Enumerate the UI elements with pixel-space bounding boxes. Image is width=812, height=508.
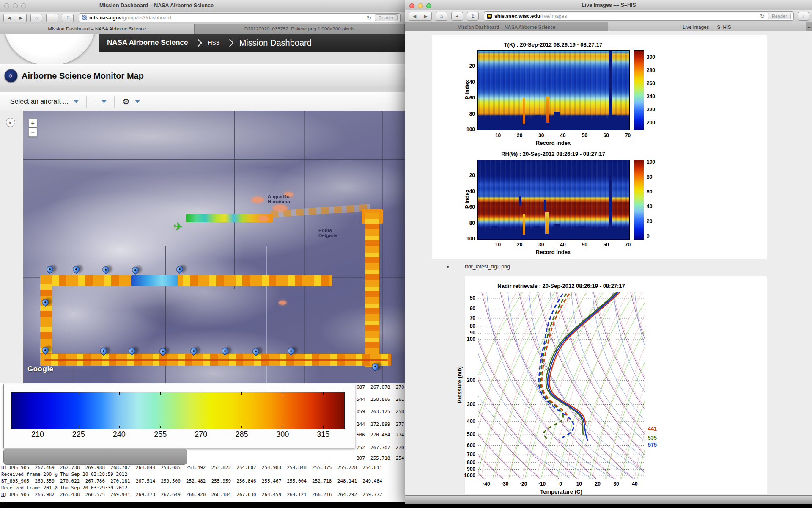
new-tab-stub[interactable]: +	[806, 22, 812, 32]
window-title: Live Images –– S–HIS	[405, 2, 812, 8]
tab-live-images[interactable]: Live Images –– S–HIS	[608, 22, 806, 32]
breadcrumb-hs3[interactable]: HS3	[208, 39, 219, 46]
minimize-window-icon[interactable]	[13, 3, 18, 8]
home-button[interactable]: ⌂	[30, 14, 42, 22]
tab-mission-dashboard[interactable]: Mission Dashboard – NASA Airborne Scienc…	[0, 24, 195, 34]
surface-bar	[535, 226, 541, 239]
chevron-down-icon	[74, 100, 79, 103]
settings-menu[interactable]: ⚙	[122, 97, 140, 107]
aircraft-select[interactable]: Select an aircraft ...	[10, 98, 79, 105]
range-select[interactable]: -	[94, 98, 107, 105]
close-window-icon[interactable]	[4, 3, 9, 8]
terminal-line-fragment: 752 267.707 270.549	[357, 445, 405, 450]
colorbar-tick-label: 60	[647, 189, 652, 195]
surface-bar	[573, 116, 579, 130]
address-bar[interactable]: shis.ssec.wisc.edu /live/images ↻ Reader	[484, 11, 794, 21]
right-browser-window: Live Images –– S–HIS ◀ ▶ ⌂ + ↥ shis.ssec…	[405, 0, 812, 504]
x-tick-label: 40	[560, 133, 565, 138]
terminal-output[interactable]: 210225240255270285300315 687 267.078 270…	[0, 383, 405, 502]
zoom-window-icon[interactable]	[21, 3, 26, 8]
scrollbar-thumb[interactable]	[3, 449, 187, 465]
pressure-tick-label: 70	[458, 315, 475, 321]
share-button[interactable]: ↥	[62, 14, 74, 22]
colorbar-tick-label: 200	[647, 120, 655, 126]
colorbar-tick-mark	[79, 426, 79, 428]
share-button[interactable]: ↥	[467, 12, 479, 21]
colorbar-tick-mark	[79, 392, 79, 395]
tab-mission-dashboard[interactable]: Mission Dashboard – NASA Airborne Scienc…	[405, 22, 608, 32]
new-tab-button[interactable]: +	[46, 14, 58, 22]
tk-missing-record	[609, 51, 612, 130]
temperature-tick-label: 20	[595, 481, 601, 487]
surface-bar	[491, 226, 497, 239]
terminal-line-fragment: 544 258.866 261.419	[357, 397, 405, 402]
terminal-line: BT_895_905 267.469 267.738 269.988 268.7…	[1, 465, 382, 470]
section-header: ✈ Airborne Science Monitor Map	[0, 64, 405, 87]
sidebar-expand-button[interactable]: ▸	[6, 118, 15, 127]
reload-icon[interactable]: ↻	[758, 13, 766, 19]
reader-button[interactable]: Reader	[768, 13, 791, 19]
x-tick-label: 50	[582, 242, 587, 248]
surface-bar	[566, 118, 573, 130]
aircraft-icon[interactable]: ✈	[173, 220, 184, 235]
surface-bar	[560, 117, 566, 130]
map-label-ponta: Ponta Delgada	[318, 228, 337, 238]
image-link-rtdr-fig2[interactable]: rtdr_latest_fig2.png	[465, 264, 510, 270]
map-sidebar: ▸	[0, 111, 24, 383]
forward-button[interactable]: ▶	[420, 12, 432, 21]
colorbar-tick-label: 100	[647, 159, 655, 165]
range-select-value: -	[94, 98, 96, 105]
new-tab-button[interactable]: +	[451, 12, 463, 21]
colorbar-tick-label: 210	[31, 430, 44, 439]
hurricane-map[interactable]: ✈ Angra Do Heroismo Ponta Delgada +	[23, 111, 405, 383]
skewt-annotation: 535	[648, 435, 657, 441]
rh-missing-record	[609, 160, 612, 239]
skewt-annotation: 575	[648, 442, 657, 448]
site-favicon	[82, 15, 87, 20]
surface-bar	[592, 228, 598, 239]
left-browser-window: Mission Dashboard – NASA Airborne Scienc…	[0, 0, 405, 502]
y-tick-label: 100	[458, 236, 475, 242]
breadcrumb-nasa-airborne-science[interactable]: NASA Airborne Science	[107, 39, 188, 47]
colorbar-tick-label: 80	[647, 174, 652, 180]
reload-icon[interactable]: ↻	[365, 15, 373, 21]
forward-button[interactable]: ▶	[15, 14, 27, 22]
downloads-button[interactable]: ↓	[798, 12, 809, 21]
x-tick-label: 20	[517, 133, 522, 138]
chevron-down-icon	[135, 100, 140, 103]
surface-bar	[528, 118, 535, 130]
x-tick-label: 10	[495, 242, 501, 248]
surface-bar	[623, 229, 629, 239]
skewt-plot	[478, 292, 645, 479]
map-zoom-out-button[interactable]: −	[28, 128, 37, 137]
rh-spike	[523, 214, 525, 235]
reader-button[interactable]: Reader	[375, 14, 398, 21]
site-favicon	[487, 14, 492, 19]
left-titlebar[interactable]: Mission Dashboard – NASA Airborne Scienc…	[0, 0, 405, 12]
home-button[interactable]: ⌂	[436, 12, 447, 21]
temperature-tick-label: -10	[538, 481, 546, 487]
address-bar[interactable]: mts.nasa.gov /group/hs3/dashboard ↻ Read…	[79, 13, 401, 22]
gear-icon: ⚙	[122, 97, 130, 107]
satellite-clouds	[23, 111, 405, 383]
colorbar-tick-label: 300	[276, 430, 289, 439]
surface-bar	[503, 116, 510, 130]
surface-bar	[617, 117, 623, 130]
divider	[86, 96, 87, 108]
temperature-tick-label: 10	[576, 481, 582, 487]
map-area: ▸	[0, 111, 405, 383]
pressure-tick-label: 80	[458, 323, 475, 329]
surface-bar	[528, 229, 535, 239]
pressure-tick-label: 500	[458, 431, 475, 437]
surface-bar	[579, 116, 585, 130]
back-button[interactable]: ◀	[409, 12, 420, 21]
right-titlebar[interactable]: Live Images –– S–HIS	[405, 0, 812, 11]
terminal-line-fragment: 059 263.125 258.706	[357, 409, 405, 414]
tab-pskewt-image[interactable]: D20120920_035752_Pskewt.png 1,000×700 pi…	[195, 24, 405, 34]
surface-bar	[623, 118, 629, 130]
back-button[interactable]: ◀	[3, 14, 15, 22]
y-tick-label: 20	[458, 172, 475, 178]
map-zoom-in-button[interactable]: +	[28, 119, 37, 127]
colorbar-tick-mark	[160, 426, 161, 428]
temperature-tick-label: 40	[632, 481, 637, 487]
